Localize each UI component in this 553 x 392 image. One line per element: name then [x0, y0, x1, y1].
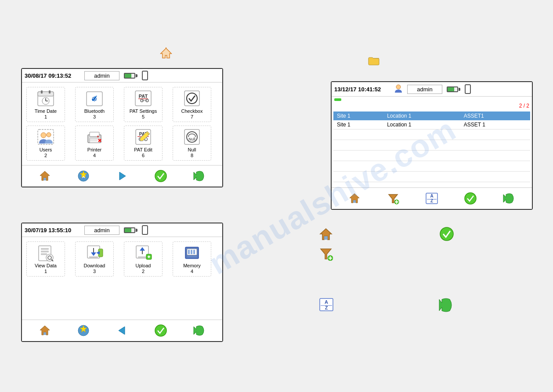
svg-point-93 [465, 193, 476, 204]
null-icon: Null [182, 128, 202, 146]
right-sort-icon[interactable]: A Z [319, 298, 334, 313]
screen3-record-count: 2 / 2 [332, 102, 532, 110]
screen3-col2-header: Location 1 [383, 111, 460, 120]
screen1-null-label: Null8 [188, 147, 196, 158]
svg-rect-9 [41, 90, 43, 94]
screen1-wizard-btn[interactable]: ★ [76, 168, 91, 184]
svg-rect-74 [193, 250, 195, 254]
view-data-icon [36, 244, 55, 262]
screen2-home-btn[interactable] [37, 323, 53, 338]
right-ok-icon[interactable] [439, 227, 454, 243]
screen1-icon-printer[interactable]: Printer4 [75, 126, 114, 161]
screen2-icon-download[interactable]: Download3 [75, 241, 114, 277]
right-home-icon[interactable] [319, 227, 333, 243]
table-row[interactable]: Site 1 Location 1 ASSET 1 [333, 120, 530, 129]
table-row-empty5 [333, 172, 530, 182]
screen2-device: 30/07/19 13:55:10 admin View Dat [21, 223, 223, 342]
screen2-empty4 [173, 280, 211, 315]
svg-text:A: A [430, 194, 433, 198]
screen3-avatar [394, 84, 403, 94]
right-back-icon[interactable] [438, 298, 454, 314]
screen3-row1-col3: ASSET 1 [460, 120, 530, 129]
screen1-ok-btn[interactable] [153, 168, 169, 184]
table-row-empty2 [333, 140, 530, 151]
screen1-device: 30/08/17 09:13:52 admin Time Dat [21, 68, 223, 187]
svg-text:Z: Z [325, 305, 328, 310]
screen1-icon-bluetooth[interactable]: ✓ ⎈ Bluetooth3 [75, 87, 114, 122]
screen2-icon-view-data[interactable]: View Data1 [26, 241, 65, 277]
screen2-memory-label: Memory4 [183, 263, 201, 274]
table-row-empty3 [333, 151, 530, 161]
screen2-datetime: 30/07/19 13:55:10 [25, 227, 82, 234]
screen3-home-btn[interactable] [347, 191, 362, 206]
screen3-row1-col2: Location 1 [383, 120, 460, 129]
screen1-back-btn[interactable] [192, 168, 207, 184]
svg-rect-5 [38, 92, 54, 96]
svg-point-28 [97, 136, 99, 137]
screen2-icon-memory[interactable]: Memory4 [173, 241, 211, 277]
screen3-ok-btn[interactable] [463, 191, 478, 206]
screen3-table-area: Site 1 Location 1 ASSET1 Site 1 Location… [332, 110, 532, 184]
svg-point-81 [155, 325, 166, 336]
screen2-empty2 [75, 280, 114, 315]
screen2-empty3 [124, 280, 163, 315]
screen1-home-btn[interactable] [37, 168, 53, 184]
svg-text:PAT: PAT [139, 94, 148, 99]
screen3-toolbar: A Z [332, 187, 532, 209]
screen3-row1-col1: Site 1 [333, 120, 383, 129]
screen2-upload-label: Upload2 [136, 263, 151, 274]
svg-point-82 [396, 85, 401, 89]
screen3-filter-btn[interactable] [385, 191, 401, 206]
screen2-ok-btn[interactable] [153, 323, 169, 338]
screen3-datetime: 13/12/17 10:41:52 [334, 86, 391, 93]
screen1-bluetooth-label: Bluetooth3 [84, 108, 105, 120]
pat-edit-icon: PAT [134, 128, 153, 146]
screen2-wizard-btn[interactable] [76, 323, 91, 338]
screen2-icon-grid: View Data1 Download3 [22, 237, 222, 320]
svg-rect-84 [353, 200, 356, 203]
pat-settings-icon: PAT [134, 89, 153, 108]
screen1-icon-pat-settings[interactable]: PAT PAT Settings5 [124, 87, 163, 122]
svg-rect-52 [41, 251, 49, 252]
checkbox-icon [182, 89, 202, 108]
screen1-icon-grid: Time Date1 ✓ ⎈ Bluetooth3 PAT [22, 83, 222, 165]
svg-rect-95 [324, 236, 328, 240]
svg-rect-66 [138, 256, 147, 258]
screen2-back-btn[interactable] [192, 323, 207, 338]
svg-text:A: A [325, 299, 328, 305]
screen2-phone-icon [142, 225, 148, 235]
screen1-pat-settings-label: PAT Settings5 [130, 108, 157, 120]
screen1-user: admin [84, 71, 119, 80]
screen3-col3-header: ASSET1 [460, 111, 530, 120]
svg-point-24 [47, 133, 51, 137]
printer-icon [85, 128, 104, 146]
screen3-sort-btn[interactable]: A Z [424, 191, 440, 206]
screen1-next-btn[interactable] [114, 168, 130, 184]
screen1-battery-icon [124, 73, 137, 79]
table-row-empty4 [333, 161, 530, 172]
svg-rect-51 [41, 248, 49, 250]
screen1-phone-icon [142, 71, 148, 80]
screen3-table: Site 1 Location 1 ASSET1 Site 1 Location… [333, 111, 530, 182]
bluetooth-icon: ✓ ⎈ [85, 89, 104, 108]
right-filter-icon[interactable] [319, 247, 333, 263]
svg-rect-77 [43, 332, 46, 335]
screen1-icon-null[interactable]: Null Null8 [173, 126, 211, 161]
screen1-time-date-label: Time Date1 [35, 108, 57, 120]
svg-rect-72 [188, 250, 190, 254]
svg-rect-27 [90, 138, 99, 143]
screen1-icon-checkbox[interactable]: Checkbox7 [173, 87, 211, 122]
screen2-back-nav-btn[interactable] [114, 323, 130, 338]
screen3-col1-header: Site 1 [333, 111, 383, 120]
screen2-empty1 [26, 280, 65, 315]
screen1-icon-pat-edit[interactable]: PAT PAT Edit6 [124, 126, 163, 161]
screen3-signal-bar [334, 98, 341, 101]
svg-rect-60 [89, 256, 98, 258]
svg-rect-53 [41, 253, 47, 255]
screen3-back-btn[interactable] [501, 191, 517, 206]
screen2-icon-upload[interactable]: Upload2 [124, 241, 163, 277]
screen1-icon-users[interactable]: Users2 [26, 126, 65, 161]
screen1-icon-time-date[interactable]: Time Date1 [26, 87, 65, 122]
svg-rect-10 [49, 90, 51, 94]
screen3-phone-icon [465, 84, 471, 94]
